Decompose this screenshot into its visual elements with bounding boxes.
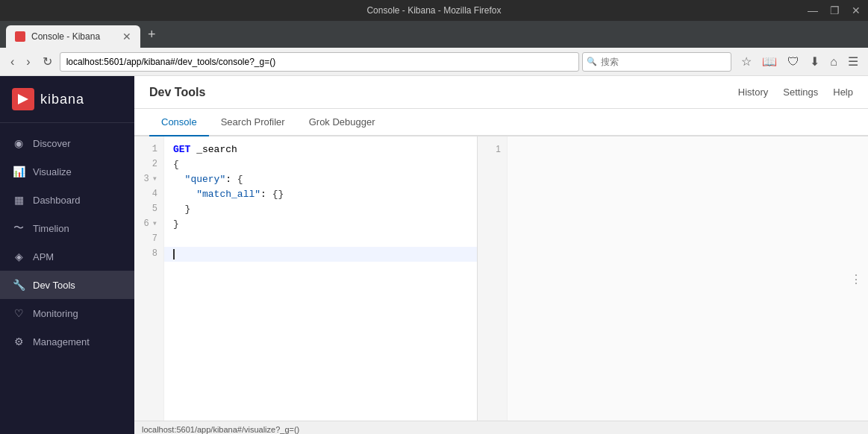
code-editor: 1 2 3 4 5 6 7 8 GET _search (134, 136, 477, 421)
app-container: kibana ◉ Discover 📊 Visualize ▦ Dashboar… (0, 76, 868, 434)
reload-button[interactable]: ↻ (38, 51, 57, 72)
browser-tab-active[interactable]: Console - Kibana ✕ (6, 25, 140, 48)
nav-icons: ☆ 📖 🛡 ⬇ ⌂ ☰ (737, 52, 862, 71)
header-actions: History Settings Help (738, 84, 853, 101)
back-button[interactable]: ‹ (6, 52, 19, 72)
sidebar-logo: kibana (0, 76, 134, 123)
indent-1 (173, 172, 185, 188)
sidebar-item-label-apm: APM (33, 251, 54, 262)
tab-console-label: Console (161, 116, 197, 128)
shield-icon-btn[interactable]: 🛡 (784, 53, 803, 71)
settings-button[interactable]: Settings (783, 84, 818, 101)
sidebar-item-discover[interactable]: ◉ Discover (0, 129, 134, 157)
devtools-icon: 🔧 (12, 278, 25, 292)
browser-chrome: Console - Kibana - Mozilla Firefox — ❐ ✕… (0, 0, 868, 76)
sidebar-item-monitoring[interactable]: ♡ Monitoring (0, 299, 134, 327)
tab-console[interactable]: Console (149, 109, 209, 136)
forward-button[interactable]: › (22, 52, 34, 72)
code-line-7 (164, 232, 477, 247)
code-line-8[interactable] (164, 247, 477, 262)
browser-titlebar: Console - Kibana - Mozilla Firefox — ❐ ✕ (0, 0, 868, 21)
text-cursor (173, 249, 175, 260)
timelion-icon: 〜 (12, 221, 25, 235)
discover-icon: ◉ (12, 136, 25, 150)
colon-2: : (260, 187, 272, 203)
tab-close-btn[interactable]: ✕ (122, 31, 131, 43)
bookmark-star-btn[interactable]: ☆ (737, 52, 755, 71)
menu-btn[interactable]: ☰ (844, 52, 862, 71)
match-all-braces: {} (272, 187, 284, 203)
kibana-logo-icon (12, 88, 34, 110)
sidebar-item-visualize[interactable]: 📊 Visualize (0, 157, 134, 186)
indent-2 (173, 187, 196, 203)
sidebar-item-management[interactable]: ⚙ Management (0, 327, 134, 356)
match-all-property: "match_all" (196, 187, 260, 203)
minimize-btn[interactable]: — (808, 4, 818, 16)
sidebar-item-label-monitoring: Monitoring (33, 308, 78, 319)
main-content: Dev Tools History Settings Help Console … (134, 76, 868, 434)
brace-close: } (173, 217, 179, 233)
line-num-8: 8 (134, 247, 163, 262)
editor-content[interactable]: 1 2 3 4 5 6 7 8 GET _search (134, 136, 477, 421)
line-num-1: 1 (134, 142, 163, 157)
code-line-6: } (164, 217, 477, 232)
tab-grok-debugger-label: Grok Debugger (309, 116, 375, 128)
browser-nav-bar: ‹ › ↻ ☆ 📖 🛡 ⬇ ⌂ ☰ (0, 48, 868, 76)
sidebar-item-label-management: Management (33, 336, 90, 347)
line-num-3: 3 (134, 172, 163, 187)
tab-favicon (15, 31, 25, 42)
brace-open: { (173, 157, 179, 173)
brace-query-open: { (237, 172, 243, 188)
output-line-num-1: 1 (478, 142, 507, 157)
code-line-1: GET _search (164, 142, 477, 157)
code-lines: GET _search { "query": { "match_all": {} (164, 136, 477, 421)
tab-search-profiler[interactable]: Search Profiler (209, 109, 297, 136)
sidebar-nav: ◉ Discover 📊 Visualize ▦ Dashboard 〜 Tim… (0, 123, 134, 434)
line-num-4: 4 (134, 187, 163, 202)
help-button[interactable]: Help (833, 84, 853, 101)
code-line-2: { (164, 157, 477, 172)
sidebar-item-timelion[interactable]: 〜 Timelion (0, 214, 134, 242)
line-num-5: 5 (134, 202, 163, 217)
address-bar[interactable] (60, 52, 580, 72)
devtools-title: Dev Tools (149, 86, 738, 99)
search-wrapper (582, 52, 731, 72)
status-bar: localhost:5601/app/kibana#/visualize?_g=… (134, 421, 868, 434)
tab-grok-debugger[interactable]: Grok Debugger (297, 109, 387, 136)
output-line-1 (508, 142, 868, 157)
dashboard-icon: ▦ (12, 193, 25, 207)
gutter-drag-handle[interactable]: ⋮ (850, 271, 862, 286)
tab-search-profiler-label: Search Profiler (221, 116, 285, 128)
browser-search-input[interactable] (582, 52, 731, 72)
monitoring-icon: ♡ (12, 306, 25, 320)
sidebar-item-dashboard[interactable]: ▦ Dashboard (0, 186, 134, 214)
window-controls: — ❐ ✕ (808, 4, 861, 16)
sidebar-item-label-visualize: Visualize (33, 166, 72, 177)
title-text: Console - Kibana - Mozilla Firefox (366, 5, 501, 16)
sidebar: kibana ◉ Discover 📊 Visualize ▦ Dashboar… (0, 76, 134, 434)
kibana-logo-text: kibana (40, 92, 84, 107)
output-line-numbers: 1 (478, 136, 508, 421)
sidebar-item-label-discover: Discover (33, 138, 71, 149)
new-tab-button[interactable]: + (143, 27, 160, 43)
line-num-7: 7 (134, 232, 163, 247)
reader-mode-btn[interactable]: 📖 (758, 52, 781, 71)
history-button[interactable]: History (738, 84, 768, 101)
line-num-6: 6 (134, 217, 163, 232)
output-pane: 1 ⋮ (478, 136, 868, 421)
management-icon: ⚙ (12, 335, 25, 348)
sidebar-item-label-dashboard: Dashboard (33, 195, 81, 206)
home-btn[interactable]: ⌂ (826, 53, 841, 71)
download-btn[interactable]: ⬇ (806, 52, 823, 71)
maximize-btn[interactable]: ❐ (830, 4, 840, 16)
sidebar-item-apm[interactable]: ◈ APM (0, 242, 134, 271)
close-btn[interactable]: ✕ (852, 4, 861, 16)
browser-tabs-bar: Console - Kibana ✕ + (0, 21, 868, 48)
line-num-2: 2 (134, 157, 163, 172)
output-lines[interactable] (508, 136, 868, 421)
tabs-bar: Console Search Profiler Grok Debugger (134, 109, 868, 136)
sidebar-item-devtools[interactable]: 🔧 Dev Tools (0, 271, 134, 299)
code-line-4: "match_all": {} (164, 187, 477, 202)
indent-3 (173, 202, 185, 218)
editor-container: 1 2 3 4 5 6 7 8 GET _search (134, 136, 868, 421)
